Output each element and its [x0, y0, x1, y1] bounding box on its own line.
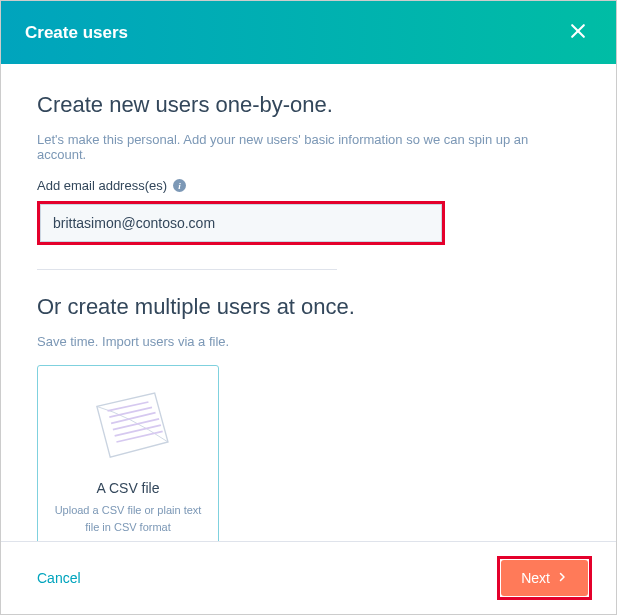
modal-title: Create users	[25, 23, 128, 43]
next-button-label: Next	[521, 570, 550, 586]
email-input[interactable]	[40, 204, 442, 242]
cancel-button[interactable]: Cancel	[25, 562, 93, 594]
csv-card-description: Upload a CSV file or plain text file in …	[52, 502, 204, 535]
close-icon	[568, 21, 588, 44]
csv-upload-card[interactable]: A CSV file Upload a CSV file or plain te…	[37, 365, 219, 541]
email-label-row: Add email address(es) i	[37, 178, 580, 193]
section-one-subtext: Let's make this personal. Add your new u…	[37, 132, 580, 162]
email-input-highlight	[37, 201, 445, 245]
csv-card-title: A CSV file	[52, 480, 204, 496]
section-one-heading: Create new users one-by-one.	[37, 92, 580, 118]
email-field-label: Add email address(es)	[37, 178, 167, 193]
section-two-heading: Or create multiple users at once.	[37, 294, 580, 320]
chevron-right-icon	[556, 570, 568, 586]
info-icon[interactable]: i	[173, 179, 186, 192]
create-users-modal: Create users Create new users one-by-one…	[0, 0, 617, 615]
next-button-highlight: Next	[497, 556, 592, 600]
close-button[interactable]	[564, 17, 592, 48]
modal-header: Create users	[1, 1, 616, 64]
modal-footer: Cancel Next	[1, 541, 616, 614]
divider	[37, 269, 337, 270]
csv-file-icon	[73, 386, 183, 466]
section-two-subtext: Save time. Import users via a file.	[37, 334, 580, 349]
modal-content: Create new users one-by-one. Let's make …	[1, 64, 616, 541]
next-button[interactable]: Next	[501, 560, 588, 596]
